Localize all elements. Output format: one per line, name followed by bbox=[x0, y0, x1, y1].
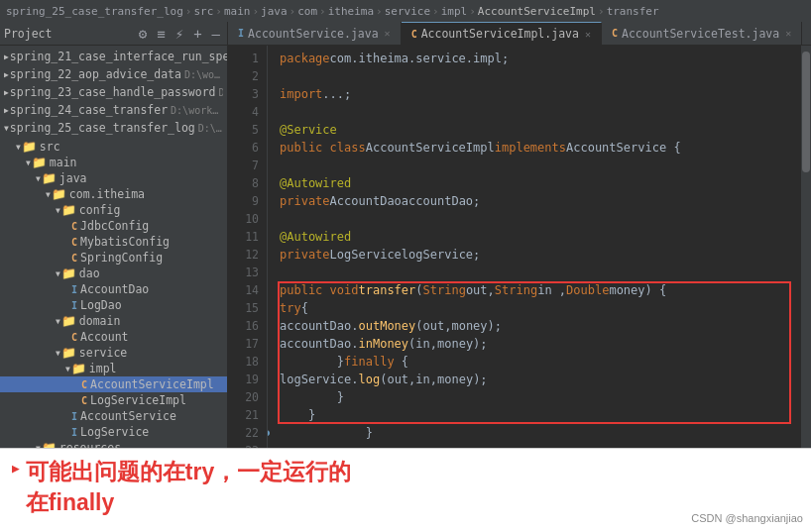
collapse-icon: ▶ bbox=[4, 53, 9, 61]
code-line-13 bbox=[280, 264, 801, 281]
tab-accountservicetest[interactable]: C AccountServiceTest.java ✕ bbox=[602, 22, 802, 45]
class-tab-icon: C bbox=[411, 29, 417, 40]
tab-label: AccountService.java bbox=[248, 27, 379, 41]
code-line-15: try{ bbox=[280, 299, 801, 317]
tree-account[interactable]: C Account bbox=[0, 329, 227, 345]
breadcrumb-item-4[interactable]: com bbox=[297, 5, 317, 18]
project-entry-25[interactable]: ▼ spring_25_case_transfer_log D:\workspa… bbox=[0, 119, 227, 137]
tree-logdao[interactable]: I LogDao bbox=[0, 297, 227, 313]
tree-main[interactable]: ▼ 📁 main bbox=[0, 155, 227, 170]
collapse-icon: ▶ bbox=[4, 106, 9, 115]
code-editor[interactable]: 1 2 3 4 5 6 7 8 9 10 11 12 13 14 15 16 1 bbox=[228, 46, 811, 448]
editor-area: I AccountService.java ✕ C AccountService… bbox=[228, 22, 811, 448]
code-line-9: private AccountDao accountDao; bbox=[280, 192, 801, 210]
breadcrumb-item-6[interactable]: service bbox=[385, 5, 430, 18]
sidebar-toolbar: Project ⚙ ≡ ⚡ + — bbox=[0, 22, 227, 46]
tree-jdbcconfig[interactable]: C JdbcConfig bbox=[0, 218, 227, 234]
expand-icon: ▼ bbox=[4, 124, 9, 133]
tree-mybatisconfig[interactable]: C MybatisConfig bbox=[0, 234, 227, 250]
code-line-17: accountDao.inMoney(in,money); bbox=[280, 335, 801, 353]
class-icon: C bbox=[81, 395, 87, 406]
project-entry-21[interactable]: ▶ spring_21_case_interface_run_speed D:\… bbox=[0, 48, 227, 65]
tab-accountserviceimpl[interactable]: C AccountServiceImpl.java ✕ bbox=[402, 22, 602, 45]
class-icon: C bbox=[71, 332, 77, 343]
class-icon: C bbox=[71, 253, 77, 264]
tree-dao[interactable]: ▼ 📁 dao bbox=[0, 266, 227, 281]
file-tree: ▼ 📁 src ▼ 📁 main ▼ 📁 java ▼ 📁 com.itheim… bbox=[0, 139, 227, 448]
collapse-icon: ▶ bbox=[4, 88, 9, 97]
tree-service[interactable]: ▼ 📁 service bbox=[0, 345, 227, 361]
tree-com-itheima[interactable]: ▼ 📁 com.itheima bbox=[0, 186, 227, 202]
settings-icon[interactable]: ⚙ bbox=[136, 24, 150, 44]
folder-icon: 📁 bbox=[61, 314, 76, 328]
breadcrumb-item-0[interactable]: spring_25_case_transfer_log bbox=[6, 5, 183, 18]
project-entry-24[interactable]: ▶ spring_24_case_transfer D:\workspace\s… bbox=[0, 101, 227, 119]
tab-label: AccountServiceTest.java bbox=[622, 27, 779, 41]
tree-config[interactable]: ▼ 📁 config bbox=[0, 202, 227, 218]
tree-springconfig[interactable]: C SpringConfig bbox=[0, 250, 227, 266]
editor-tabs: I AccountService.java ✕ C AccountService… bbox=[228, 22, 811, 46]
gutter-marker: ● bbox=[268, 424, 270, 442]
code-line-3: import ...; bbox=[280, 85, 801, 103]
project-entry-23[interactable]: ▶ spring_23_case_handle_password D:\work… bbox=[0, 83, 227, 101]
class-tab-icon: C bbox=[612, 28, 618, 39]
collapse-icon: ▶ bbox=[4, 70, 9, 79]
watermark: CSDN @shangxianjiao bbox=[691, 512, 803, 524]
tab-close-icon[interactable]: ✕ bbox=[785, 28, 791, 39]
sidebar: Project ⚙ ≡ ⚡ + — ▶ spring_21_case_inter… bbox=[0, 22, 228, 448]
breadcrumb-item-7[interactable]: impl bbox=[441, 5, 468, 18]
folder-icon: 📁 bbox=[42, 441, 57, 448]
tree-accountservice[interactable]: I AccountService bbox=[0, 408, 227, 424]
tree-java[interactable]: ▼ 📁 java bbox=[0, 170, 227, 186]
tree-logservice[interactable]: I LogService bbox=[0, 424, 227, 440]
code-lines[interactable]: package com.itheima.service.impl; import… bbox=[268, 46, 801, 448]
tree-accountdao[interactable]: I AccountDao bbox=[0, 281, 227, 297]
breadcrumb-item-8[interactable]: AccountServiceImpl bbox=[478, 5, 596, 18]
line-numbers: 1 2 3 4 5 6 7 8 9 10 11 12 13 14 15 16 1 bbox=[228, 46, 268, 448]
folder-icon: 📁 bbox=[61, 203, 76, 217]
tree-domain[interactable]: ▼ 📁 domain bbox=[0, 313, 227, 329]
red-box-container: public void transfer(String out,String i… bbox=[280, 281, 801, 424]
breadcrumb-item-1[interactable]: src bbox=[193, 5, 213, 18]
code-line-2 bbox=[280, 67, 801, 85]
breadcrumb-item-3[interactable]: java bbox=[261, 5, 288, 18]
code-line-6: public class AccountServiceImpl implemen… bbox=[280, 139, 801, 157]
project-label: Project bbox=[4, 27, 52, 41]
code-line-12: private LogService logService; bbox=[280, 246, 801, 264]
tab-accountservice[interactable]: I AccountService.java ✕ bbox=[228, 22, 402, 45]
scrollbar[interactable] bbox=[801, 46, 811, 448]
code-line-19: logService.log(out,in,money); bbox=[280, 371, 801, 388]
bottom-annotation-area: ▶ 可能出问题的在try，一定运行的在finally bbox=[0, 448, 811, 532]
code-line-22: ● } bbox=[280, 424, 801, 442]
tree-logserviceimpl[interactable]: C LogServiceImpl bbox=[0, 392, 227, 408]
tree-accountserviceimpl[interactable]: C AccountServiceImpl bbox=[0, 376, 227, 392]
code-line-20: } bbox=[280, 388, 801, 406]
class-icon: C bbox=[71, 221, 77, 232]
annotation-text: 可能出问题的在try，一定运行的在finally bbox=[26, 457, 351, 518]
interface-icon: I bbox=[71, 300, 77, 311]
breadcrumb-item-5[interactable]: itheima bbox=[328, 5, 374, 18]
interface-tab-icon: I bbox=[238, 28, 244, 39]
expand-icon[interactable]: ⚡ bbox=[173, 24, 186, 44]
watermark-csdn: CSDN bbox=[691, 512, 722, 524]
minimize-icon[interactable]: — bbox=[209, 24, 223, 44]
layout-icon[interactable]: ≡ bbox=[154, 24, 168, 44]
scroll-thumb bbox=[802, 52, 810, 172]
tab-close-icon[interactable]: ✕ bbox=[585, 29, 591, 40]
breadcrumb-item-2[interactable]: main bbox=[224, 5, 251, 18]
add-icon[interactable]: + bbox=[190, 24, 204, 44]
code-line-5: @Service bbox=[280, 121, 801, 139]
code-line-11: @Autowired bbox=[280, 228, 801, 246]
tab-close-icon[interactable]: ✕ bbox=[385, 28, 391, 39]
watermark-author: @shangxianjiao bbox=[726, 512, 803, 524]
tree-resources[interactable]: ▼ 📁 resources bbox=[0, 440, 227, 448]
tree-src[interactable]: ▼ 📁 src bbox=[0, 139, 227, 155]
tree-impl[interactable]: ▼ 📁 impl bbox=[0, 361, 227, 376]
folder-icon: 📁 bbox=[71, 362, 86, 375]
folder-icon: 📁 bbox=[22, 140, 37, 154]
project-entry-22[interactable]: ▶ spring_22_aop_advice_data D:\workspace… bbox=[0, 65, 227, 83]
project-list: ▶ spring_21_case_interface_run_speed D:\… bbox=[0, 46, 227, 139]
breadcrumb-item-9[interactable]: transfer bbox=[607, 5, 659, 18]
breadcrumb-bar: spring_25_case_transfer_log › src › main… bbox=[0, 0, 811, 22]
code-line-23 bbox=[280, 442, 801, 448]
